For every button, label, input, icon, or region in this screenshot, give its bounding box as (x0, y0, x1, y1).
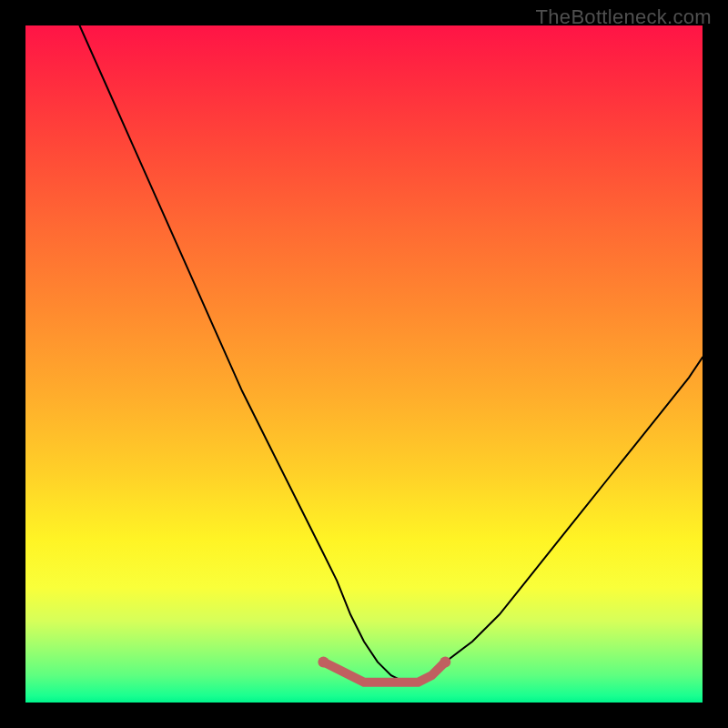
band-endpoint-right (440, 656, 450, 667)
bottom-band (323, 662, 445, 682)
plot-area (25, 25, 703, 703)
main-curve (80, 25, 703, 682)
chart-frame: TheBottleneck.com (0, 0, 728, 728)
curve-layer (25, 25, 703, 703)
band-endpoint-left (318, 656, 329, 667)
watermark-label: TheBottleneck.com (536, 5, 712, 29)
